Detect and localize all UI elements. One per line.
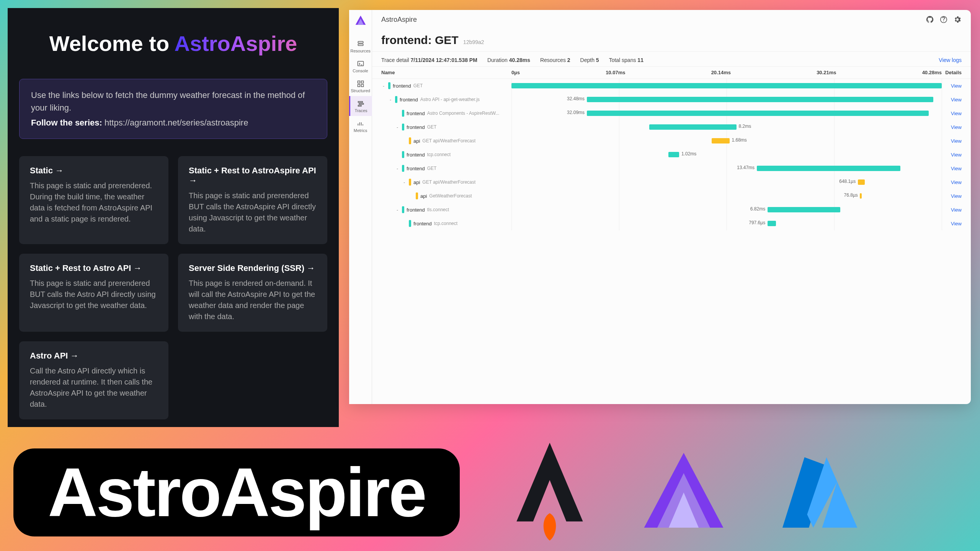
sidebar-item-structured[interactable]: Structured (349, 76, 372, 96)
duration-label: 76.8µs (844, 192, 858, 198)
page-title-row: frontend: GET 12b99a2 (372, 29, 971, 51)
sidebar-item-label: Structured (351, 88, 370, 93)
app-name: AstroAspire (381, 16, 417, 24)
service-label: frontend (407, 111, 425, 116)
follow-url[interactable]: https://agramont.net/series/astroaspire (105, 118, 248, 127)
view-link[interactable]: View (942, 179, 962, 185)
service-label: api (413, 138, 420, 144)
service-label: frontend (407, 124, 425, 130)
duration-label: Duration (487, 57, 508, 63)
svg-rect-8 (359, 103, 364, 104)
span-bar[interactable] (511, 83, 942, 88)
span-bar[interactable] (757, 166, 900, 171)
view-link[interactable]: View (942, 124, 962, 130)
span-bar[interactable] (768, 207, 840, 212)
trace-row[interactable]: -frontendGET13.47msView (372, 161, 971, 175)
view-link[interactable]: View (942, 111, 962, 116)
aspire-logo-icon (640, 443, 728, 542)
trace-row[interactable]: frontendtcp.connect797.6µsView (372, 217, 971, 230)
view-link[interactable]: View (942, 138, 962, 144)
brand-pill: AstroAspire (13, 448, 460, 536)
view-link[interactable]: View (942, 207, 962, 213)
card-title: Static → (30, 166, 158, 176)
view-link[interactable]: View (942, 193, 962, 199)
operation-label: GET (427, 166, 437, 171)
traces-icon (357, 100, 365, 108)
card-link[interactable]: Static + Rest to AstroAspire API →This p… (178, 156, 327, 244)
duration-label: 648.1µs (839, 179, 856, 184)
card-link[interactable]: Static + Rest to Astro API →This page is… (19, 254, 168, 332)
caret-icon[interactable]: - (395, 125, 400, 129)
trace-row[interactable]: frontendtcp.connect1.02msView (372, 148, 971, 161)
trace-bar-cell: 1.02ms (511, 151, 942, 158)
caret-icon[interactable]: - (395, 166, 400, 171)
view-link[interactable]: View (942, 83, 962, 89)
view-link[interactable]: View (942, 221, 962, 227)
duration-label: 1.02ms (681, 151, 696, 156)
view-link[interactable]: View (942, 166, 962, 171)
trace-row[interactable]: apiGET api/WeatherForecast1.68msView (372, 134, 971, 148)
span-bar[interactable] (712, 138, 730, 143)
span-bar[interactable] (649, 124, 737, 130)
caret-icon[interactable]: - (381, 83, 386, 88)
trace-row[interactable]: -frontendAstro API - api-get-weather.js3… (372, 93, 971, 106)
depth-label: Depth (580, 57, 595, 63)
duration-value: 40.28ms (509, 57, 530, 63)
resources-value: 2 (567, 57, 570, 63)
sidebar-item-traces[interactable]: Traces (349, 96, 372, 116)
caret-icon[interactable]: - (388, 97, 393, 102)
trace-row[interactable]: -frontendGET8.2msView (372, 120, 971, 134)
service-marker (409, 220, 411, 227)
service-marker (402, 110, 404, 117)
view-link[interactable]: View (942, 152, 962, 158)
span-bar[interactable] (587, 111, 929, 116)
operation-label: tcp.connect (434, 221, 457, 226)
sidebar-item-resources[interactable]: Resources (349, 36, 372, 56)
trace-bar-cell: 76.8µs (511, 192, 942, 200)
github-icon[interactable] (926, 15, 934, 24)
card-link[interactable]: Astro API →Call the Astro API directly w… (19, 341, 168, 419)
service-marker (402, 165, 404, 172)
sidebar-item-label: Console (353, 68, 368, 73)
trace-name-cell: -frontendtls.connect (381, 206, 511, 213)
trace-row[interactable]: -frontendGETView (372, 79, 971, 93)
service-marker (402, 151, 404, 158)
trace-row[interactable]: -apiGET api/WeatherForecast648.1µsView (372, 175, 971, 189)
tick-2: 20.14ms (711, 70, 731, 75)
service-marker (388, 82, 390, 89)
topbar: AstroAspire (372, 10, 971, 29)
service-marker (416, 192, 418, 199)
span-bar[interactable] (860, 193, 861, 199)
span-bar[interactable] (587, 97, 933, 102)
span-bar[interactable] (768, 221, 776, 226)
span-bar[interactable] (858, 179, 865, 185)
service-label: frontend (413, 221, 432, 227)
gear-icon[interactable] (953, 15, 962, 24)
tick-4: 40.28ms (922, 70, 942, 75)
console-icon (357, 60, 364, 68)
help-icon[interactable] (939, 15, 948, 24)
operation-label: GET (427, 124, 437, 130)
span-bar[interactable] (668, 152, 679, 157)
service-marker (409, 179, 411, 186)
trace-name-cell: -frontendGET (381, 82, 511, 89)
trace-row[interactable]: apiGetWeatherForecast76.8µsView (372, 189, 971, 203)
tick-1: 10.07ms (606, 70, 625, 75)
trace-row[interactable]: frontendAstro Components - AspireRestW..… (372, 106, 971, 120)
card-body: This page is static and prerendered BUT … (30, 278, 158, 311)
sidebar-item-metrics[interactable]: Metrics (349, 116, 372, 136)
operation-label: GetWeatherForecast (429, 193, 472, 199)
view-link[interactable]: View (942, 97, 962, 103)
card-link[interactable]: Server Side Rendering (SSR) →This page i… (178, 254, 327, 332)
service-label: frontend (407, 152, 425, 158)
trace-bar-cell: 1.68ms (511, 137, 942, 145)
view-logs-link[interactable]: View logs (939, 57, 962, 63)
card-title: Static + Rest to AstroAspire API → (189, 166, 317, 186)
welcome-title-a: Welcome to (49, 31, 175, 55)
caret-icon[interactable]: - (395, 207, 400, 212)
card-link[interactable]: Static →This page is static and prerende… (19, 156, 168, 244)
trace-row[interactable]: -frontendtls.connect6.82msView (372, 203, 971, 217)
sidebar-item-console[interactable]: Console (349, 56, 372, 76)
trace-name-cell: apiGET api/WeatherForecast (381, 137, 511, 144)
caret-icon[interactable]: - (402, 180, 407, 184)
